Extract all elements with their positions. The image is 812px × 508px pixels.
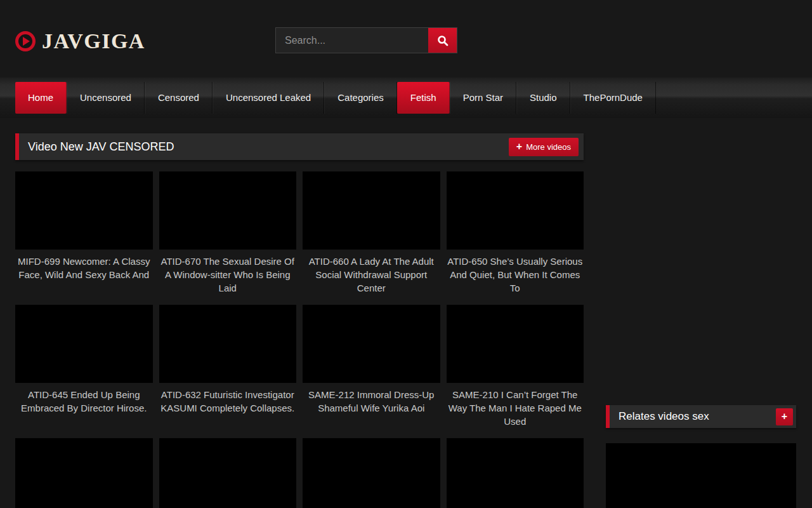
video-card[interactable]: SAME-212 Immoral Dress-Up Shameful Wife … — [303, 305, 440, 428]
site-logo-text: JAVGIGA — [42, 29, 145, 53]
play-circle-icon — [15, 31, 36, 51]
video-thumbnail[interactable] — [447, 171, 584, 250]
site-logo[interactable]: JAVGIGA — [15, 29, 145, 53]
video-title[interactable]: ATID-660 A Lady At The Adult Social With… — [303, 255, 440, 295]
video-thumbnail[interactable] — [447, 305, 584, 383]
video-thumbnail[interactable] — [15, 305, 153, 383]
search-input[interactable] — [276, 28, 428, 53]
video-title[interactable]: SAME-212 Immoral Dress-Up Shameful Wife … — [303, 388, 440, 415]
sidebar-video-thumbnail[interactable] — [606, 443, 796, 508]
sidebar-section-title: Relates videos sex — [610, 410, 709, 423]
main-nav: Home Uncensored Censored Uncensored Leak… — [0, 77, 812, 118]
sidebar: Relates videos sex + — [606, 133, 796, 508]
video-title[interactable]: ATID-632 Futuristic Investigator KASUMI … — [159, 388, 297, 415]
search-form — [275, 27, 457, 53]
video-card[interactable]: ATID-670 The Sexual Desire Of A Window-s… — [159, 171, 297, 295]
video-thumbnail[interactable] — [15, 438, 153, 508]
video-card[interactable]: SAME-208 Schoolgirl Confinement — [15, 438, 153, 508]
video-card[interactable]: MIFD-699 Newcomer: A Classy Face, Wild A… — [15, 171, 153, 295]
video-grid: MIFD-699 Newcomer: A Classy Face, Wild A… — [15, 171, 584, 508]
nav-item-porn-star[interactable]: Porn Star — [450, 82, 516, 114]
sidebar-more-button[interactable]: + — [776, 408, 793, 425]
nav-item-theporndude[interactable]: ThePornDude — [570, 82, 656, 114]
video-card[interactable]: YUJ-057 “Let’s Get Married When — [303, 438, 440, 508]
nav-list: Home Uncensored Censored Uncensored Leak… — [15, 82, 812, 114]
nav-item-uncensored[interactable]: Uncensored — [67, 82, 145, 114]
video-title[interactable]: MIFD-699 Newcomer: A Classy Face, Wild A… — [15, 255, 153, 281]
page-content: Video New JAV CENSORED + More videos MIF… — [0, 118, 812, 508]
video-title[interactable]: SAME-210 I Can’t Forget The Way The Man … — [447, 388, 584, 428]
more-videos-label: More videos — [526, 142, 571, 152]
nav-item-uncensored-leaked[interactable]: Uncensored Leaked — [213, 82, 324, 114]
video-title[interactable]: ATID-645 Ended Up Being Embraced By Dire… — [15, 388, 153, 415]
section-title: Video New JAV CENSORED — [19, 140, 174, 154]
nav-item-categories[interactable]: Categories — [324, 82, 397, 114]
play-triangle-icon — [23, 37, 30, 46]
video-thumbnail[interactable] — [159, 171, 297, 250]
plus-icon: + — [782, 413, 787, 420]
nav-item-studio[interactable]: Studio — [516, 82, 570, 114]
video-thumbnail[interactable] — [159, 438, 297, 508]
video-title[interactable]: ATID-650 She’s Usually Serious And Quiet… — [447, 255, 584, 295]
video-thumbnail[interactable] — [15, 171, 153, 250]
more-videos-button[interactable]: + More videos — [509, 138, 579, 156]
video-thumbnail[interactable] — [303, 438, 440, 508]
search-button[interactable] — [428, 28, 457, 53]
video-card[interactable]: YUJ-055 From The Day I Got — [447, 438, 584, 508]
video-thumbnail[interactable] — [159, 305, 297, 383]
video-card[interactable]: ATID-645 Ended Up Being Embraced By Dire… — [15, 305, 153, 428]
video-card[interactable]: ATID-650 She’s Usually Serious And Quiet… — [447, 171, 584, 295]
video-thumbnail[interactable] — [303, 305, 440, 383]
video-thumbnail[interactable] — [303, 171, 440, 250]
search-icon — [437, 35, 449, 46]
nav-item-censored[interactable]: Censored — [145, 82, 213, 114]
main-column: Video New JAV CENSORED + More videos MIF… — [15, 133, 584, 508]
video-title[interactable]: ATID-670 The Sexual Desire Of A Window-s… — [159, 255, 297, 295]
video-card[interactable]: ATID-660 A Lady At The Adult Social With… — [303, 171, 440, 295]
section-header: Video New JAV CENSORED + More videos — [15, 133, 584, 160]
sidebar-section-header: Relates videos sex + — [606, 405, 796, 428]
video-card[interactable]: ATID-632 Futuristic Investigator KASUMI … — [159, 305, 297, 428]
video-card[interactable]: SAME-203 A Story About A Sex- — [159, 438, 297, 508]
video-thumbnail[interactable] — [447, 438, 584, 508]
nav-item-fetish[interactable]: Fetish — [397, 82, 450, 114]
plus-icon: + — [516, 143, 522, 150]
site-header: JAVGIGA — [0, 0, 812, 77]
nav-item-home[interactable]: Home — [15, 82, 67, 114]
video-card[interactable]: SAME-210 I Can’t Forget The Way The Man … — [447, 305, 584, 428]
